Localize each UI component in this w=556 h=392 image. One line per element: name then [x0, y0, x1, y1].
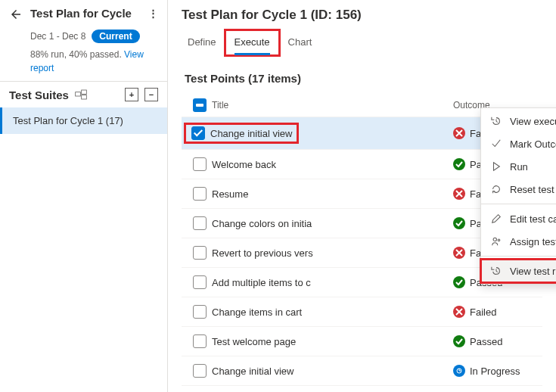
- row-outcome: Passed: [470, 336, 502, 347]
- collapse-icon[interactable]: −: [144, 88, 158, 101]
- menu-item-view-execution-history[interactable]: View execution history: [481, 110, 556, 132]
- tab-define[interactable]: Define: [179, 30, 225, 55]
- current-badge: Current: [92, 30, 139, 43]
- suite-item[interactable]: Test Plan for Cycle 1 (17): [0, 107, 167, 134]
- failed-icon: [453, 127, 465, 139]
- menu-item-view-test-result[interactable]: View test result: [481, 260, 556, 282]
- menu-item-reset-test-to-active[interactable]: Reset test to active: [481, 178, 556, 201]
- row-checkbox[interactable]: [193, 157, 207, 171]
- tab-chart[interactable]: Chart: [279, 30, 321, 55]
- menu-item-mark-outcome[interactable]: Mark Outcome❯: [481, 132, 556, 155]
- suites-label: Test Suites: [9, 89, 69, 101]
- sidebar: Test Plan for Cycle ⋮ Dec 1 - Dec 8 Curr…: [0, 0, 168, 392]
- menu-item-assign-tester[interactable]: Assign tester❯: [481, 230, 556, 253]
- run-stats: 88% run, 40% passed.: [30, 49, 124, 60]
- menu-item-run[interactable]: Run❯: [481, 155, 556, 178]
- menu-separator: [481, 204, 556, 204]
- svg-point-4: [493, 238, 496, 241]
- menu-separator: [481, 256, 556, 257]
- menu-item-label: Reset test to active: [510, 184, 556, 195]
- row-checkbox[interactable]: [193, 305, 207, 319]
- passed-icon: [453, 217, 465, 229]
- assign-icon: [490, 235, 502, 247]
- context-menu: View execution historyMark Outcome❯Run❯R…: [480, 107, 556, 285]
- svg-rect-1: [82, 90, 87, 94]
- menu-item-label: Run: [510, 161, 556, 173]
- row-title: Revert to previous vers: [212, 247, 453, 259]
- passed-icon: [453, 335, 465, 347]
- sidebar-meta: Dec 1 - Dec 8 Current 88% run, 40% passe…: [0, 30, 167, 81]
- table-row[interactable]: Change initial viewIn Progress: [182, 356, 542, 386]
- tabs: Define Execute Chart: [168, 27, 556, 55]
- menu-item-label: View execution history: [510, 116, 556, 127]
- menu-item-label: Assign tester: [510, 236, 556, 247]
- reset-icon: [490, 183, 502, 195]
- failed-icon: [453, 306, 465, 318]
- passed-icon: [453, 276, 465, 288]
- row-title: Test welcome page: [212, 336, 453, 347]
- in-progress-icon: [453, 365, 465, 377]
- row-title: Change initial view: [212, 366, 453, 377]
- sidebar-header: Test Plan for Cycle ⋮: [0, 0, 167, 30]
- row-checkbox[interactable]: [191, 126, 205, 140]
- play-icon: [490, 160, 502, 173]
- more-options-icon[interactable]: ⋮: [147, 6, 160, 20]
- row-outcome: In Progress: [470, 366, 520, 377]
- sidebar-title: Test Plan for Cycle: [30, 7, 147, 20]
- menu-item-edit-test-case[interactable]: Edit test case: [481, 207, 556, 230]
- svg-rect-0: [76, 92, 81, 96]
- suite-type-icon: [75, 89, 87, 100]
- row-title: Change items in cart: [212, 306, 453, 318]
- date-range: Dec 1 - Dec 8: [30, 31, 85, 42]
- test-points-title: Test Points (17 items): [182, 64, 542, 94]
- row-title: Resume: [212, 188, 453, 200]
- row-outcome: Failed: [470, 306, 496, 318]
- row-title: Welcome back: [212, 159, 453, 170]
- failed-icon: [453, 247, 465, 259]
- back-arrow-icon[interactable]: [8, 6, 24, 26]
- history-icon: [490, 115, 502, 127]
- svg-point-5: [498, 239, 500, 241]
- row-checkbox[interactable]: [193, 275, 207, 289]
- row-checkbox[interactable]: [193, 364, 207, 378]
- row-title: Change colors on initia: [212, 218, 453, 229]
- menu-item-label: Edit test case: [510, 213, 556, 225]
- test-suites-header: Test Suites + −: [0, 81, 167, 107]
- tab-execute[interactable]: Execute: [225, 30, 279, 55]
- passed-icon: [453, 158, 465, 170]
- row-checkbox[interactable]: [193, 334, 207, 348]
- select-all-checkbox[interactable]: [193, 98, 207, 112]
- svg-rect-2: [82, 95, 87, 99]
- row-title: Add multiple items to c: [212, 277, 453, 288]
- menu-item-label: Mark Outcome: [510, 138, 556, 150]
- edit-icon: [490, 213, 502, 225]
- row-checkbox[interactable]: [193, 246, 207, 260]
- menu-item-label: View test result: [510, 266, 556, 277]
- main-panel: Test Plan for Cycle 1 (ID: 156) Define E…: [168, 0, 556, 392]
- row-title: Change initial view: [210, 128, 292, 139]
- table-row[interactable]: Test welcome pagePassed: [182, 327, 542, 356]
- check-icon: [490, 138, 502, 150]
- history-icon: [490, 265, 502, 277]
- page-title: Test Plan for Cycle 1 (ID: 156): [182, 8, 542, 23]
- row-checkbox[interactable]: [193, 187, 207, 201]
- table-row[interactable]: Change items in cartFailed: [182, 297, 542, 327]
- row-checkbox[interactable]: [193, 216, 207, 230]
- failed-icon: [453, 188, 465, 200]
- column-title[interactable]: Title: [212, 100, 453, 110]
- add-suite-icon[interactable]: +: [125, 88, 138, 101]
